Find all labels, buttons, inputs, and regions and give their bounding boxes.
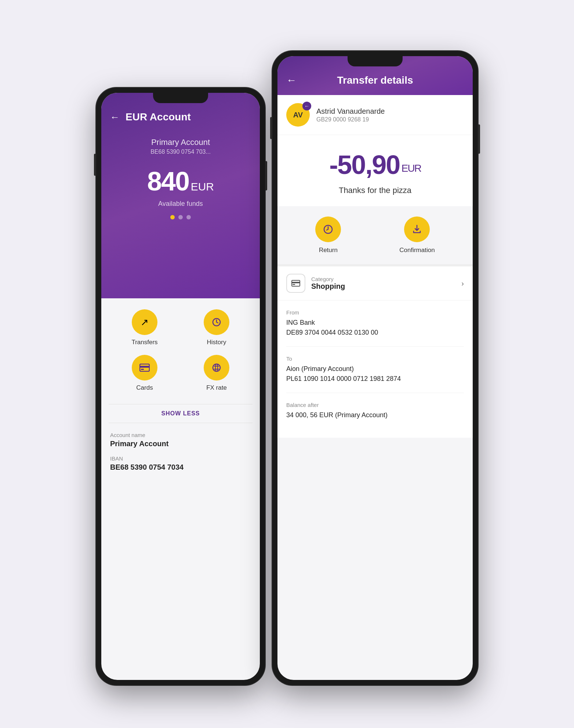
balance-after-label: Balance after xyxy=(286,402,464,408)
actions-row-2: Cards FX rate xyxy=(109,355,253,392)
from-iban: DE89 3704 0044 0532 0130 00 xyxy=(286,328,464,338)
action-return[interactable]: Return xyxy=(315,216,341,254)
to-iban: PL61 1090 1014 0000 0712 1981 2874 xyxy=(286,374,464,384)
account-name-value: Primary Account xyxy=(110,440,251,448)
dot-2 xyxy=(178,215,183,219)
transfer-actions: Return Confirmation xyxy=(277,206,473,266)
account-info: Primary Account BE68 5390 0754 703... xyxy=(101,130,260,159)
phone-front-screen: ← Transfer details AV ← Astrid Vanaudena… xyxy=(277,56,473,680)
amount-description: Thanks for the pizza xyxy=(286,186,464,195)
cards-icon xyxy=(132,355,157,381)
from-bank: ING Bank xyxy=(286,318,464,328)
phones-container: ← EUR Account Primary Account BE68 5390 … xyxy=(85,43,489,685)
amount-currency: EUR xyxy=(402,163,421,174)
recipient-row: AV ← Astrid Vanaudenarde GB29 0000 9268 … xyxy=(277,95,473,135)
balance-number: 840 xyxy=(147,167,189,196)
category-value: Shopping xyxy=(311,282,461,291)
action-confirmation[interactable]: Confirmation xyxy=(399,216,435,254)
back-arrow-icon[interactable]: ← xyxy=(110,112,120,123)
category-row[interactable]: Category Shopping › xyxy=(277,266,473,301)
fx-rate-icon xyxy=(204,355,229,381)
avatar-badge: ← xyxy=(302,102,311,110)
actions-row-1: ↗ Transfers History xyxy=(109,309,253,346)
balance-currency: EUR xyxy=(191,181,214,193)
return-icon xyxy=(315,216,341,242)
tx-divider-2 xyxy=(286,393,464,393)
from-section: From ING Bank DE89 3704 0044 0532 0130 0… xyxy=(286,309,464,338)
action-transfers[interactable]: ↗ Transfers xyxy=(123,309,167,346)
iban-value: BE68 5390 0754 7034 xyxy=(110,463,251,472)
back-phone-nav: ← EUR Account xyxy=(101,111,260,130)
cards-label: Cards xyxy=(136,384,153,392)
action-cards[interactable]: Cards xyxy=(123,355,167,392)
from-label: From xyxy=(286,309,464,316)
svg-rect-3 xyxy=(141,369,144,370)
phone-front: ← Transfer details AV ← Astrid Vanaudena… xyxy=(272,51,478,685)
action-fx-rate[interactable]: FX rate xyxy=(195,355,239,392)
iban-label: IBAN xyxy=(110,455,251,462)
amount-display: -50,90 xyxy=(329,150,400,179)
transfers-icon: ↗ xyxy=(132,309,157,335)
to-label: To xyxy=(286,356,464,362)
fx-rate-label: FX rate xyxy=(206,384,227,392)
chevron-right-icon: › xyxy=(461,279,464,288)
category-label: Category xyxy=(311,276,461,282)
tx-divider-1 xyxy=(286,346,464,347)
avatar-container: AV ← xyxy=(286,103,310,127)
history-label: History xyxy=(207,339,226,346)
recipient-info: Astrid Vanaudenarde GB29 0000 9268 19 xyxy=(316,107,385,123)
account-details-section: Account name Primary Account IBAN BE68 5… xyxy=(101,423,260,488)
transfers-label: Transfers xyxy=(131,339,157,346)
recipient-iban: GB29 0000 9268 19 xyxy=(316,116,385,123)
category-icon xyxy=(286,274,305,293)
account-name: Primary Account xyxy=(110,138,251,147)
dot-3 xyxy=(186,215,191,219)
phone-back-screen: ← EUR Account Primary Account BE68 5390 … xyxy=(101,93,260,680)
balance-amount: 840 EUR xyxy=(101,159,260,200)
action-history[interactable]: History xyxy=(195,309,239,346)
svg-rect-7 xyxy=(293,284,295,285)
dots-indicator xyxy=(101,215,260,227)
amount-display-row: -50,90 EUR xyxy=(286,150,464,180)
account-iban-short: BE68 5390 0754 703... xyxy=(110,149,251,155)
back-phone-header: ← EUR Account Primary Account BE68 5390 … xyxy=(101,93,260,298)
available-funds: Available funds xyxy=(101,200,260,215)
svg-rect-6 xyxy=(292,282,300,283)
dot-1 xyxy=(170,215,175,219)
return-label: Return xyxy=(319,247,338,254)
balance-after-value: 34 000, 56 EUR (Primary Account) xyxy=(286,410,464,420)
recipient-name: Astrid Vanaudenarde xyxy=(316,107,385,116)
transaction-details: From ING Bank DE89 3704 0044 0532 0130 0… xyxy=(277,301,473,438)
front-title: Transfer details xyxy=(304,74,446,86)
confirmation-icon xyxy=(404,216,430,242)
history-icon xyxy=(204,309,229,335)
svg-rect-2 xyxy=(140,366,149,368)
back-phone-title: EUR Account xyxy=(126,111,191,123)
confirmation-label: Confirmation xyxy=(399,247,435,254)
actions-grid: ↗ Transfers History xyxy=(101,298,260,404)
amount-section: -50,90 EUR Thanks for the pizza xyxy=(277,135,473,206)
account-name-label: Account name xyxy=(110,432,251,438)
front-back-arrow-icon[interactable]: ← xyxy=(286,74,297,86)
show-less-button[interactable]: SHOW LESS xyxy=(101,404,260,423)
notch-front xyxy=(348,56,403,66)
phone-back: ← EUR Account Primary Account BE68 5390 … xyxy=(96,88,265,685)
to-section: To Aion (Primary Account) PL61 1090 1014… xyxy=(286,356,464,384)
to-account: Aion (Primary Account) xyxy=(286,364,464,374)
notch-back xyxy=(153,93,208,103)
balance-section: Balance after 34 000, 56 EUR (Primary Ac… xyxy=(286,402,464,420)
category-text: Category Shopping xyxy=(311,276,461,291)
